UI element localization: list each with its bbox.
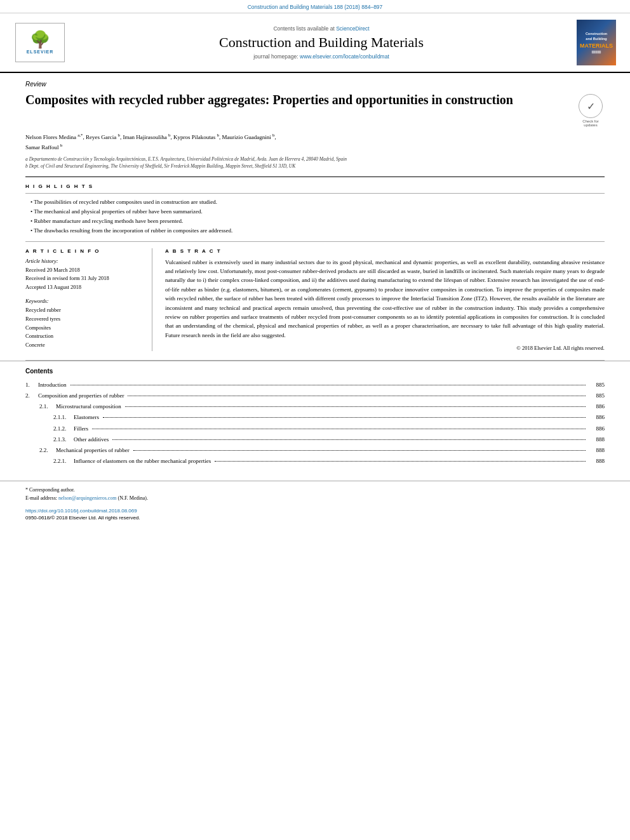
toc-dots-2-2-1: [215, 456, 586, 462]
review-label: Review: [25, 81, 605, 88]
toc-page-2-1: 886: [587, 401, 605, 412]
toc-entry-2-1: 2.1. Microstructural composition 886: [25, 401, 605, 412]
citation-text: Construction and Building Materials 188 …: [248, 4, 383, 10]
journal-cover: Constructionand Building MATERIALS ▓▓▓▓▓: [574, 20, 619, 65]
history-label: Article history:: [25, 258, 143, 264]
doi-url[interactable]: https://doi.org/10.1016/j.conbuildmat.20…: [25, 508, 137, 514]
toc-page-2-1-1: 886: [587, 412, 605, 423]
affiliation-b: b Dept. of Civil and Structural Engineer…: [25, 163, 605, 170]
toc-dots-2-1-1: [103, 412, 586, 418]
toc-title-2: Composition and properties of rubber: [38, 390, 124, 401]
contents-heading: Contents: [25, 368, 605, 375]
toc-entry-2-2-1: 2.2.1. Influence of elastomers on the ru…: [25, 456, 605, 467]
author-medina: Nelson Flores Medina a,*, Reyes Garcia b…: [25, 134, 276, 140]
toc-dots-2-1-2: [92, 423, 586, 429]
authors-line: Nelson Flores Medina a,*, Reyes Garcia b…: [25, 132, 605, 152]
toc-entry-2-1-1: 2.1.1. Elastomers 886: [25, 412, 605, 423]
toc-entry-2-1-2: 2.1.2. Fillers 886: [25, 423, 605, 434]
toc-page-2-2-1: 888: [587, 456, 605, 467]
toc-title-2-1-2: Fillers: [74, 423, 88, 434]
affiliation-a: a Departamento de Construcción y Tecnolo…: [25, 156, 605, 163]
toc-num-2-1-3: 2.1.3.: [53, 434, 74, 445]
copyright-line: © 2018 Elsevier Ltd. All rights reserved…: [165, 345, 605, 351]
elsevier-tree-icon: 🌳: [30, 32, 50, 48]
cover-title: Constructionand Building: [586, 32, 607, 41]
highlight-item: The mechanical and physical properties o…: [30, 207, 605, 217]
doi-line: https://doi.org/10.1016/j.conbuildmat.20…: [25, 507, 605, 514]
toc-title-2-2-1: Influence of elastomers on the rubber me…: [74, 456, 211, 467]
abstract-text: Vulcanised rubber is extensively used in…: [165, 258, 605, 340]
cover-decoration: ▓▓▓▓▓: [592, 50, 601, 53]
article-info-heading: A R T I C L E I N F O: [25, 248, 143, 254]
journal-homepage-line: journal homepage: www.elsevier.com/locat…: [75, 53, 568, 60]
toc-dots-2-1: [125, 401, 586, 407]
toc-dots-2: [128, 390, 586, 396]
corresponding-author-label: * Corresponding author.: [25, 486, 605, 495]
keyword-1: Recovered tyres: [25, 315, 143, 324]
toc-dots-1: [70, 380, 586, 385]
two-col-section: A R T I C L E I N F O Article history: R…: [0, 242, 630, 358]
toc-page-1: 885: [587, 380, 605, 390]
toc-entry-2-1-3: 2.1.3. Other additives 888: [25, 434, 605, 445]
highlights-section: H I G H L I G H T S The possibilities of…: [0, 183, 630, 242]
email-suffix: (N.F. Medina).: [118, 495, 148, 501]
check-updates-icon: ✓ Check forupdates: [577, 94, 605, 127]
cover-materials-text: MATERIALS: [580, 43, 613, 49]
toc-entry-2: 2. Composition and properties of rubber …: [25, 390, 605, 401]
keyword-0: Recycled rubber: [25, 306, 143, 315]
elsevier-text: ELSEVIER: [27, 50, 54, 54]
abstract-col: A B S T R A C T Vulcanised rubber is ext…: [165, 248, 605, 352]
highlight-item: Rubber manufacture and recycling methods…: [30, 217, 605, 226]
toc-entry-1: 1. Introduction 885: [25, 380, 605, 390]
toc-page-2-1-3: 888: [587, 434, 605, 445]
contents-available-text: Contents lists available at: [273, 25, 334, 32]
toc-dots-2-2: [133, 445, 586, 451]
article-section: Review Composites with recycled rubber a…: [0, 73, 630, 170]
email-label: E-mail address:: [25, 495, 57, 501]
contents-section: Contents 1. Introduction 885 2. Composit…: [0, 361, 630, 473]
toc-page-2-1-2: 886: [587, 423, 605, 434]
toc-num-2-1-2: 2.1.2.: [53, 423, 74, 434]
science-direct-line: Contents lists available at ScienceDirec…: [75, 25, 568, 32]
cover-box: Constructionand Building MATERIALS ▓▓▓▓▓: [577, 20, 616, 65]
author-raffoul: Samar Raffoul b: [25, 144, 62, 150]
article-info-col: A R T I C L E I N F O Article history: R…: [25, 248, 152, 352]
accepted-date: Accepted 13 August 2018: [25, 283, 143, 292]
toc-dots-2-1-3: [112, 434, 586, 440]
homepage-url[interactable]: www.elsevier.com/locate/conbuildmat: [300, 53, 389, 60]
article-title: Composites with recycled rubber aggregat…: [25, 91, 570, 108]
page: Construction and Building Materials 188 …: [0, 0, 630, 840]
toc-page-2: 885: [587, 390, 605, 401]
keyword-2: Composites: [25, 324, 143, 333]
issn-line: 0950-0618/© 2018 Elsevier Ltd. All right…: [25, 515, 605, 521]
footer: * Corresponding author. E-mail address: …: [0, 481, 630, 526]
elsevier-logo: 🌳 ELSEVIER: [11, 23, 69, 62]
toc-num-2-2-1: 2.2.1.: [53, 456, 74, 467]
toc-title-2-1: Microstructural composition: [56, 401, 121, 412]
toc-num-2: 2.: [25, 390, 38, 401]
keywords-label: Keywords:: [25, 298, 143, 304]
abstract-heading: A B S T R A C T: [165, 248, 605, 254]
toc-title-2-1-1: Elastomers: [74, 412, 99, 423]
journal-center: Contents lists available at ScienceDirec…: [75, 25, 568, 60]
keyword-4: Concrete: [25, 341, 143, 350]
highlight-item: The possibilities of recycled rubber com…: [30, 197, 605, 207]
received-date: Received 20 March 2018: [25, 266, 143, 275]
homepage-label: journal homepage:: [253, 53, 298, 60]
toc-num-1: 1.: [25, 380, 38, 390]
citation-bar: Construction and Building Materials 188 …: [0, 0, 630, 13]
toc-page-2-2: 888: [587, 445, 605, 456]
highlights-list: The possibilities of recycled rubber com…: [25, 197, 605, 236]
journal-header: 🌳 ELSEVIER Contents lists available at S…: [0, 13, 630, 73]
toc-entry-2-2: 2.2. Mechanical properties of rubber 888: [25, 445, 605, 456]
check-updates-box: ✓: [579, 94, 603, 118]
highlights-heading: H I G H L I G H T S: [25, 183, 605, 189]
toc-num-2-2: 2.2.: [39, 445, 56, 456]
check-updates-label: Check forupdates: [582, 119, 599, 127]
highlight-item: The drawbacks resulting from the incorpo…: [30, 226, 605, 236]
science-direct-link[interactable]: ScienceDirect: [336, 25, 369, 32]
toc-title-1: Introduction: [38, 380, 67, 390]
journal-title: Construction and Building Materials: [75, 34, 568, 51]
email-link[interactable]: nelson@arquingenieros.com: [58, 495, 117, 501]
keyword-3: Construction: [25, 332, 143, 341]
